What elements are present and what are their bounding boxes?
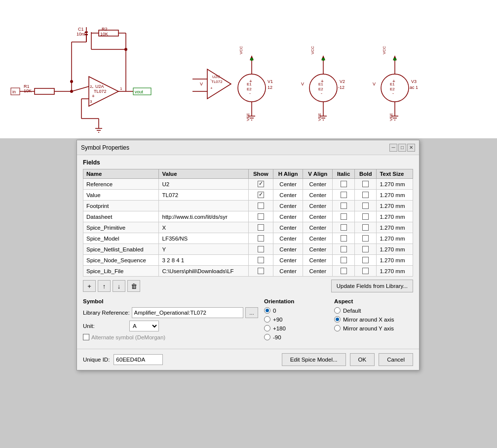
show-checkbox[interactable] xyxy=(258,268,264,274)
show-checkbox[interactable] xyxy=(258,257,264,263)
table-row[interactable]: ReferenceU2CenterCenter1.270 mm xyxy=(83,179,413,190)
row-show-cell[interactable] xyxy=(248,255,273,266)
row-value: http://www.ti.com/lit/ds/syr xyxy=(159,211,248,222)
row-italic-cell[interactable] xyxy=(333,179,355,190)
row-show-cell[interactable] xyxy=(248,179,273,190)
unique-id-input[interactable] xyxy=(114,354,163,365)
italic-checkbox[interactable] xyxy=(341,268,347,274)
unit-select[interactable]: A B C xyxy=(129,321,159,331)
row-bold-cell[interactable] xyxy=(355,201,377,211)
library-browse-button[interactable]: … xyxy=(245,307,258,318)
row-bold-cell[interactable] xyxy=(355,179,377,190)
italic-checkbox[interactable] xyxy=(341,192,347,198)
row-show-cell[interactable] xyxy=(248,266,273,277)
row-bold-cell[interactable] xyxy=(355,233,377,244)
row-italic-cell[interactable] xyxy=(333,244,355,255)
italic-checkbox[interactable] xyxy=(341,235,347,242)
orientation-option-plus180[interactable]: +180 xyxy=(264,325,328,331)
show-checkbox[interactable] xyxy=(258,181,264,187)
row-bold-cell[interactable] xyxy=(355,190,377,201)
row-show-cell[interactable] xyxy=(248,222,273,233)
show-checkbox[interactable] xyxy=(258,246,264,252)
cancel-button[interactable]: Cancel xyxy=(379,353,413,366)
row-italic-cell[interactable] xyxy=(333,255,355,266)
orientation-option-plus90[interactable]: +90 xyxy=(264,316,328,323)
bold-checkbox[interactable] xyxy=(362,257,369,263)
move-up-button[interactable]: ↑ xyxy=(98,280,111,292)
row-bold-cell[interactable] xyxy=(355,211,377,222)
add-row-button[interactable]: + xyxy=(83,280,96,292)
row-italic-cell[interactable] xyxy=(333,222,355,233)
row-bold-cell[interactable] xyxy=(355,244,377,255)
orientation-radio-dot[interactable] xyxy=(264,325,270,331)
close-button[interactable]: ✕ xyxy=(407,144,415,152)
orientation-radio-group: 0+90+180-90 xyxy=(264,307,328,340)
update-from-library-button[interactable]: Update Fields from Library... xyxy=(331,280,413,292)
row-italic-cell[interactable] xyxy=(333,190,355,201)
bold-checkbox[interactable] xyxy=(362,224,369,231)
table-row[interactable]: Spice_PrimitiveXCenterCenter1.270 mm xyxy=(83,222,413,233)
table-row[interactable]: Spice_Lib_FileC:\Users\phili\Downloads\L… xyxy=(83,266,413,277)
aspect-radio-dot[interactable] xyxy=(334,307,341,314)
bold-checkbox[interactable] xyxy=(362,246,369,252)
aspect-option[interactable]: Mirror around Y axis xyxy=(334,325,413,331)
row-italic-cell[interactable] xyxy=(333,266,355,277)
bold-checkbox[interactable] xyxy=(362,235,369,242)
row-show-cell[interactable] xyxy=(248,201,273,211)
minimize-button[interactable]: ─ xyxy=(389,144,397,152)
row-show-cell[interactable] xyxy=(248,244,273,255)
italic-checkbox[interactable] xyxy=(341,257,347,263)
orientation-radio-dot[interactable] xyxy=(264,307,270,314)
library-reference-input[interactable] xyxy=(132,307,243,318)
alternate-symbol-checkbox[interactable] xyxy=(83,334,89,340)
show-checkbox[interactable] xyxy=(258,235,264,242)
orientation-radio-dot[interactable] xyxy=(264,334,270,340)
table-row[interactable]: ValueTL072CenterCenter1.270 mm xyxy=(83,190,413,201)
italic-checkbox[interactable] xyxy=(341,246,347,252)
alternate-symbol-checkbox-label[interactable]: Alternate symbol (DeMorgan) xyxy=(83,334,165,340)
table-row[interactable]: Spice_Node_Sequence3 2 8 4 1CenterCenter… xyxy=(83,255,413,266)
orientation-radio-dot[interactable] xyxy=(264,316,270,323)
show-checkbox[interactable] xyxy=(258,224,264,231)
bold-checkbox[interactable] xyxy=(362,268,369,274)
row-show-cell[interactable] xyxy=(248,211,273,222)
move-down-button[interactable]: ↓ xyxy=(113,280,125,292)
table-row[interactable]: FootprintCenterCenter1.270 mm xyxy=(83,201,413,211)
show-checkbox[interactable] xyxy=(258,213,264,220)
row-italic-cell[interactable] xyxy=(333,201,355,211)
table-row[interactable]: Spice_Netlist_EnabledYCenterCenter1.270 … xyxy=(83,244,413,255)
aspect-option[interactable]: Default xyxy=(334,307,413,314)
row-bold-cell[interactable] xyxy=(355,266,377,277)
orientation-radio-label: 0 xyxy=(273,308,276,314)
row-show-cell[interactable] xyxy=(248,233,273,244)
italic-checkbox[interactable] xyxy=(341,213,347,220)
orientation-option-0[interactable]: 0 xyxy=(264,307,328,314)
table-row[interactable]: Datasheethttp://www.ti.com/lit/ds/syrCen… xyxy=(83,211,413,222)
delete-row-button[interactable]: 🗑 xyxy=(127,280,140,292)
row-italic-cell[interactable] xyxy=(333,233,355,244)
col-header-name: Name xyxy=(83,169,159,179)
row-bold-cell[interactable] xyxy=(355,255,377,266)
row-italic-cell[interactable] xyxy=(333,211,355,222)
aspect-radio-dot[interactable] xyxy=(334,316,341,323)
italic-checkbox[interactable] xyxy=(341,181,347,187)
aspect-option[interactable]: Mirror around X axis xyxy=(334,316,413,323)
dialog-footer: Unique ID: Edit Spice Model... OK Cancel xyxy=(77,349,419,370)
svg-text:12: 12 xyxy=(268,85,272,90)
bold-checkbox[interactable] xyxy=(362,203,369,209)
table-row[interactable]: Spice_ModelLF356/NSCenterCenter1.270 mm xyxy=(83,233,413,244)
show-checkbox[interactable] xyxy=(258,192,264,198)
bold-checkbox[interactable] xyxy=(362,213,369,220)
row-bold-cell[interactable] xyxy=(355,222,377,233)
orientation-option-minus90[interactable]: -90 xyxy=(264,334,328,340)
edit-spice-model-button[interactable]: Edit Spice Model... xyxy=(282,353,346,366)
italic-checkbox[interactable] xyxy=(341,203,347,209)
maximize-button[interactable]: □ xyxy=(398,144,406,152)
ok-button[interactable]: OK xyxy=(350,353,375,366)
italic-checkbox[interactable] xyxy=(341,224,347,231)
aspect-radio-dot[interactable] xyxy=(334,325,341,331)
row-show-cell[interactable] xyxy=(248,190,273,201)
bold-checkbox[interactable] xyxy=(362,192,369,198)
show-checkbox[interactable] xyxy=(258,203,264,209)
bold-checkbox[interactable] xyxy=(362,181,369,187)
